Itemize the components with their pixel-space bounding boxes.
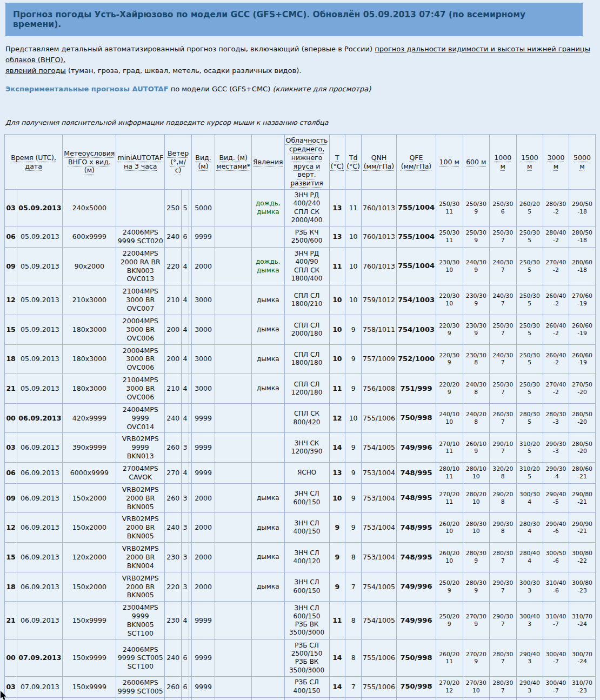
cell-1500m: 280/40 4 — [516, 543, 543, 572]
cell-wind-direction: 200 — [165, 315, 182, 344]
cell-100m: 240/10 10 — [436, 403, 463, 433]
col-header-meteo-label[interactable]: Метеоусловия ВНГО х вид. (м) — [64, 149, 115, 175]
cell-temperature: 14 — [329, 676, 345, 697]
cell-clouds: ЗНЧ РД 400/240 СПЛ СК 2000/400 — [284, 190, 329, 226]
cell-wind-direction: 260 — [165, 433, 182, 463]
cell-100m: 260/20 11 — [436, 697, 463, 700]
cell-clouds: ЯСНО — [284, 463, 329, 484]
cell-visibility: 9999 — [191, 602, 215, 640]
cell-qnh: 754/1005 — [361, 602, 396, 640]
cell-1000m: 280/30 6 — [490, 697, 517, 700]
cell-date: 07.09.2013 — [17, 697, 63, 700]
cell-100m: 220/20 9 — [436, 374, 463, 404]
cell-wind-direction: 240 — [165, 513, 182, 543]
forecast-table: Время (UTC), дата Метеоусловия ВНГО х ви… — [4, 134, 596, 700]
cell-hour: 15 — [5, 315, 17, 344]
cell-hour: 12 — [5, 513, 17, 543]
col-header-qnh: QNH (мм/гПа) — [361, 134, 396, 189]
cell-date: 06.09.2013 — [17, 463, 63, 484]
cell-1500m: 250/30 5 — [516, 315, 543, 344]
cell-5000m: 280/50 -20 — [569, 433, 595, 463]
cell-meteo-conditions: 180x3000 — [63, 344, 116, 374]
cell-1500m: 280/40 3 — [516, 697, 543, 700]
col-header-qnh-label[interactable]: QNH (мм/гПа) — [364, 154, 394, 170]
cell-qfe: 748/995 — [396, 463, 436, 484]
col-header-600m-label[interactable]: 600 м — [466, 158, 486, 166]
cell-wind-direction: 210 — [165, 374, 182, 404]
col-header-wind-label[interactable]: Ветер (°,м/ с) — [168, 149, 189, 175]
cell-date: 06.09.2013 — [17, 433, 63, 463]
cell-qfe: 750/998 — [396, 697, 436, 700]
col-header-1000m-label[interactable]: 1000 м — [494, 154, 511, 170]
cell-1500m: 260/20 5 — [516, 190, 543, 226]
col-header-100m: 100 м — [436, 134, 463, 189]
cell-1000m: 260/30 7 — [490, 403, 517, 433]
cell-visibility-places — [215, 463, 252, 484]
cell-visibility-places — [215, 543, 252, 572]
col-header-visibility-places-label[interactable]: Вид. (м) местами* — [216, 154, 250, 170]
col-header-clouds: Облачность среднего, нижнего яруса и вер… — [284, 134, 329, 189]
cell-minitaf: 21004MPS 3000 BR OVC007 — [116, 285, 165, 315]
col-header-3000m-label[interactable]: 3000 м — [548, 154, 565, 170]
cell-1000m: 290/30 7 — [490, 602, 517, 640]
cell-date: 05.09.2013 — [17, 226, 63, 248]
cell-temperature: 14 — [329, 433, 345, 463]
cell-minitaf: VRB02MPS 9999 BKN013 — [116, 433, 165, 463]
cell-qfe: 752/1000 — [396, 344, 436, 374]
cell-clouds: ЗНЧ РД 400/90 СПЛ СК 1800/400 — [284, 247, 329, 285]
cell-phenomena: дымка — [252, 543, 285, 572]
table-row: 06 05.09.2013 600x9999 24006MPS 9999 SCT… — [5, 226, 596, 248]
cell-phenomena — [252, 676, 285, 697]
cell-3000m: 290/40 -6 — [543, 513, 569, 543]
col-header-visibility: Вид. (м) — [191, 134, 215, 189]
cell-visibility-places — [215, 247, 252, 285]
cell-dewpoint: 10 — [345, 247, 362, 285]
cell-100m: 270/20 11 — [436, 483, 463, 513]
cell-clouds: СПЛ СЛ 2000/180 — [284, 315, 329, 344]
cell-clouds: СПЛ СЛ 1800/210 — [284, 285, 329, 315]
col-header-visibility-label[interactable]: Вид. (м) — [195, 154, 211, 170]
col-header-1500m-label[interactable]: 1500 м — [521, 154, 538, 170]
cell-temperature: 9 — [329, 572, 345, 602]
cell-qnh: 757/1009 — [361, 344, 396, 374]
phenomena-forecast-link[interactable]: явлений погоды — [5, 66, 66, 75]
autotaf-link[interactable]: Экспериментальные прогнозы AUTOTAF — [5, 85, 169, 93]
col-header-clouds-label[interactable]: Облачность среднего, нижнего яруса и вер… — [286, 136, 328, 187]
cell-minitaf: 22004MPS 2000 RA BR BKN003 OVC013 — [116, 247, 165, 285]
col-header-100m-label[interactable]: 100 м — [439, 158, 459, 166]
cell-visibility-places — [215, 315, 252, 344]
cell-clouds: ЗНЧ СЛ 600/150 РЗБ ВК 3500/3000 — [284, 602, 329, 640]
col-header-minitaf-label[interactable]: miniAUTOTAF на 3 часа — [117, 154, 163, 170]
col-header-5000m: 5000 м — [569, 134, 595, 189]
cell-minitaf: VRB02MPS 2000 BR BKN005 — [116, 572, 165, 602]
autotaf-rest: по модели GCC (GFS+CMC) — [169, 85, 273, 93]
cell-5000m: 300/80 -23 — [569, 572, 595, 602]
cell-visibility-places — [215, 483, 252, 513]
cell-qnh: 753/1004 — [361, 483, 396, 513]
col-header-phenomena-label[interactable]: Явления — [253, 158, 283, 166]
cell-1000m: 250/30 7 — [490, 374, 517, 404]
cell-wind-direction: 260 — [165, 483, 182, 513]
col-header-time-label[interactable]: Время (UTC), дата — [11, 154, 56, 170]
cell-5000m: 300/80 -22 — [569, 543, 595, 572]
cell-3000m: 310/40 -6 — [543, 572, 569, 602]
cell-wind-direction: 230 — [165, 543, 182, 572]
col-header-5000m-label[interactable]: 5000 м — [574, 154, 591, 170]
cell-1000m: 250/30 6 — [490, 190, 517, 226]
cell-clouds: РЗБ СЛ 2500/150 РЗБ ВК 3500/3000 — [284, 639, 329, 676]
cell-minitaf: 25006MPS 9999 SCT005 — [116, 697, 165, 700]
cell-3000m: 300/50 -6 — [543, 543, 569, 572]
col-header-dewpoint-label[interactable]: Td (°C) — [346, 154, 360, 170]
cell-1500m: 250/30 5 — [516, 344, 543, 374]
cell-3000m: 290/30 -4 — [543, 463, 569, 484]
cell-visibility: 9999 — [191, 403, 215, 433]
col-header-temperature-label[interactable]: T (°C) — [331, 154, 344, 170]
cell-wind-speed: 3 — [182, 483, 189, 513]
autotaf-note: (кликните для просмотра) — [272, 85, 371, 93]
cell-clouds: ЗНЧ СЛ 600/150 — [284, 572, 329, 602]
cell-minitaf: 26006MPS 9999 SCT005 — [116, 676, 165, 697]
col-header-qfe-label[interactable]: QFE (мм/гПа) — [401, 154, 431, 170]
cell-clouds: РЗБ СЛ 4000/150 — [284, 697, 329, 700]
cell-600m: 280/10 10 — [463, 463, 490, 484]
cell-minitaf: 23004MPS 9999 BKN005 SCT100 — [116, 602, 165, 640]
